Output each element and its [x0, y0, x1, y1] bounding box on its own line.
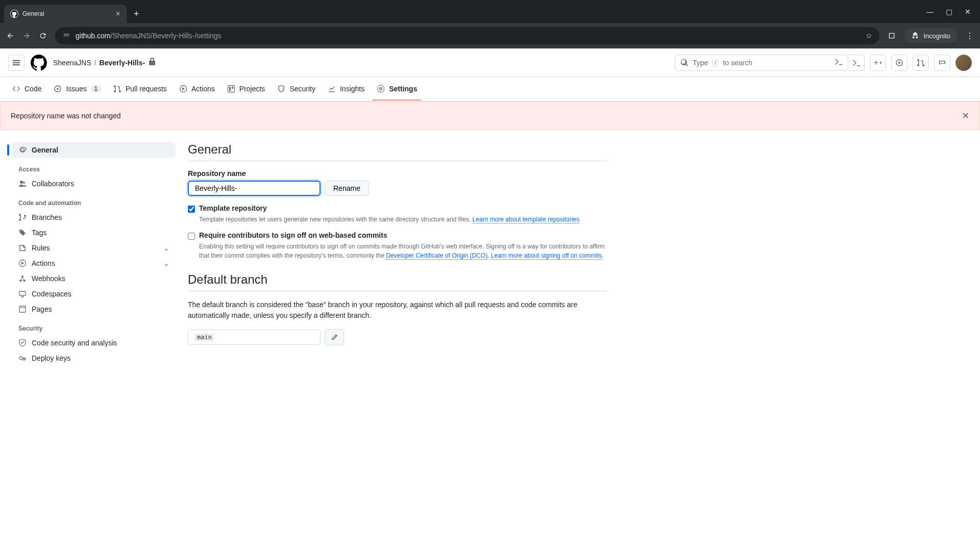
- tab-security[interactable]: Security: [273, 78, 320, 101]
- incognito-badge[interactable]: Incognito: [904, 29, 958, 43]
- browser-tab-strip: General ✕ + — ▢ ✕: [0, 0, 980, 23]
- address-bar[interactable]: github.com/SheenaJNS/Beverly-Hills-/sett…: [55, 27, 879, 44]
- github-logo[interactable]: [31, 55, 47, 71]
- bookmark-icon[interactable]: ☆: [866, 32, 872, 40]
- notifications-button[interactable]: [934, 55, 950, 71]
- template-label[interactable]: Template repository: [199, 204, 267, 212]
- pull-requests-button[interactable]: [913, 55, 929, 71]
- svg-point-1: [898, 62, 900, 64]
- tab-code[interactable]: Code: [8, 78, 45, 101]
- browser-toolbar: github.com/SheenaJNS/Beverly-Hills-/sett…: [0, 23, 980, 48]
- tab-settings[interactable]: Settings: [373, 78, 421, 101]
- breadcrumb: SheenaJNS / Beverly-Hills-: [53, 58, 156, 67]
- sidebar-item-general[interactable]: General: [12, 142, 176, 158]
- svg-rect-5: [228, 85, 234, 92]
- rename-button[interactable]: Rename: [325, 181, 369, 196]
- tab-actions[interactable]: Actions: [175, 78, 219, 101]
- search-kbd: /: [712, 59, 719, 66]
- signoff-learn-link[interactable]: Learn more about signing off on commits: [491, 252, 602, 260]
- sidebar-heading-security: Security: [12, 317, 176, 335]
- extensions-icon[interactable]: [888, 32, 896, 40]
- sidebar-item-rules[interactable]: Rules⌄: [12, 240, 176, 256]
- sidebar-item-tags[interactable]: Tags: [12, 225, 176, 240]
- repo-name-label: Repository name: [188, 169, 606, 178]
- signoff-help: Enabling this setting will require contr…: [199, 242, 606, 260]
- tab-pull-requests[interactable]: Pull requests: [109, 78, 171, 101]
- flash-message: Repository name was not changed: [11, 112, 121, 120]
- close-window-icon[interactable]: ✕: [965, 8, 971, 16]
- sidebar-item-webhooks[interactable]: Webhooks: [12, 271, 176, 286]
- template-learn-link[interactable]: Learn more about template repositories: [473, 216, 579, 223]
- repo-name-input[interactable]: [188, 181, 321, 196]
- breadcrumb-separator: /: [94, 59, 96, 67]
- default-branch-title: Default branch: [188, 272, 606, 291]
- svg-rect-10: [19, 291, 26, 295]
- repo-nav: Code Issues1 Pull requests Actions Proje…: [0, 77, 980, 102]
- general-title: General: [188, 142, 606, 161]
- flash-banner: Repository name was not changed ✕: [0, 102, 980, 130]
- site-settings-icon[interactable]: [62, 31, 70, 41]
- hamburger-menu[interactable]: [8, 55, 24, 71]
- flash-close-icon[interactable]: ✕: [962, 110, 969, 121]
- browser-menu-icon[interactable]: ⋮: [966, 31, 974, 41]
- maximize-icon[interactable]: ▢: [946, 8, 952, 16]
- main-content: General Repository name Rename Template …: [188, 142, 606, 366]
- sidebar-item-deploy-keys[interactable]: Deploy keys: [12, 350, 176, 366]
- browser-tab[interactable]: General ✕: [4, 5, 127, 23]
- sidebar-heading-access: Access: [12, 158, 176, 176]
- sidebar-heading-code: Code and automation: [12, 191, 176, 210]
- template-help: Template repositories let users generate…: [199, 215, 606, 224]
- lock-icon: [148, 58, 156, 67]
- chevron-down-icon: ⌄: [163, 259, 169, 267]
- search-icon: [680, 59, 689, 67]
- signoff-label[interactable]: Require contributors to sign off on web-…: [199, 231, 387, 239]
- svg-point-9: [21, 276, 23, 278]
- sidebar-item-pages[interactable]: Pages: [12, 302, 176, 317]
- window-controls: — ▢ ✕: [926, 0, 980, 23]
- sidebar-item-code-security[interactable]: Code security and analysis: [12, 335, 176, 350]
- sidebar-item-actions[interactable]: Actions⌄: [12, 256, 176, 271]
- tab-issues[interactable]: Issues1: [50, 78, 105, 101]
- incognito-icon: [911, 32, 919, 40]
- settings-sidebar: General Access Collaborators Code and au…: [12, 142, 176, 366]
- new-tab-button[interactable]: +: [127, 5, 146, 23]
- svg-rect-11: [19, 306, 26, 312]
- default-branch-desc: The default branch is considered the "ba…: [188, 299, 606, 321]
- chevron-down-icon: ⌄: [163, 244, 169, 252]
- default-branch-value: main: [194, 333, 214, 341]
- sidebar-item-collaborators[interactable]: Collaborators: [12, 176, 176, 191]
- sidebar-item-branches[interactable]: Branches: [12, 210, 176, 225]
- signoff-checkbox[interactable]: [188, 233, 195, 240]
- avatar[interactable]: [955, 55, 972, 71]
- command-palette-button[interactable]: [848, 55, 865, 71]
- forward-button[interactable]: [22, 32, 31, 40]
- template-checkbox[interactable]: [188, 206, 195, 213]
- issues-button[interactable]: [891, 55, 908, 71]
- breadcrumb-repo[interactable]: Beverly-Hills-: [100, 59, 145, 67]
- sidebar-item-codespaces[interactable]: Codespaces: [12, 286, 176, 302]
- reload-button[interactable]: [39, 32, 47, 40]
- back-button[interactable]: [6, 32, 14, 40]
- tab-insights[interactable]: Insights: [324, 78, 369, 101]
- github-header: SheenaJNS / Beverly-Hills- Type / to sea…: [0, 48, 980, 77]
- tab-projects[interactable]: Projects: [223, 78, 270, 101]
- tab-close-icon[interactable]: ✕: [115, 10, 120, 17]
- svg-point-3: [57, 88, 59, 90]
- search-input[interactable]: Type / to search: [675, 55, 848, 71]
- svg-point-12: [19, 357, 22, 360]
- minimize-icon[interactable]: —: [926, 8, 934, 16]
- create-new-button[interactable]: +▾: [870, 55, 886, 71]
- url-text: github.com/SheenaJNS/Beverly-Hills-/sett…: [76, 32, 861, 40]
- dco-link[interactable]: Developer Certificate of Origin (DCO): [386, 252, 487, 260]
- command-palette-icon[interactable]: [835, 58, 843, 67]
- default-branch-box: main: [188, 330, 321, 345]
- issues-count: 1: [91, 85, 101, 92]
- breadcrumb-owner[interactable]: SheenaJNS: [53, 59, 91, 67]
- tab-title: General: [22, 10, 44, 17]
- tab-favicon: [10, 10, 18, 18]
- edit-branch-button[interactable]: [325, 329, 344, 345]
